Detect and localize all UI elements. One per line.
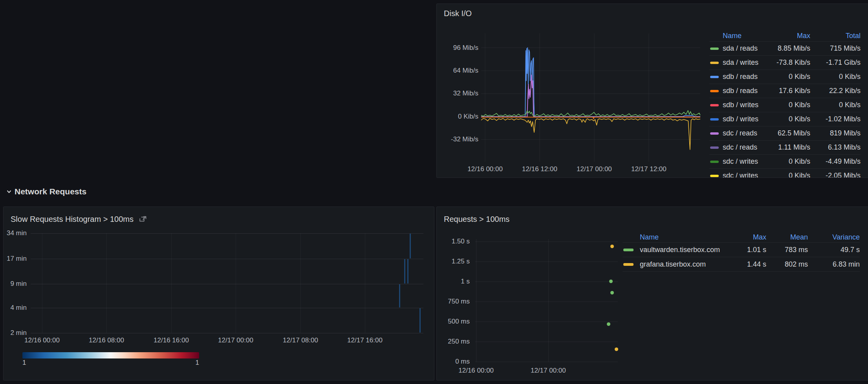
legend-total-value: 6.13 Mib/s [810,141,861,155]
panel-disk-io: Disk I/O 96 Mib/s64 Mib/s32 Mib/s0 Kib/s… [436,4,868,178]
heatmap-cell [419,308,421,333]
heatmap-cell [410,234,411,258]
legend-row-swatch [709,126,723,141]
legend-total-value: -1.71 Gib/s [810,56,861,70]
req-y-tick-6: 0 ms [437,358,470,365]
panel-requests: Requests > 100ms 1.50 s1.25 s1 s750 ms50… [436,207,868,380]
hist-band-line [31,233,423,234]
legend-max-value: 0 Kib/s [764,155,810,169]
panel-title-slow-requests[interactable]: Slow Requests Histogram > 100ms [11,215,134,224]
legend-series-name[interactable]: vaultwarden.tiserbox.com [640,243,722,257]
external-link-icon[interactable] [139,215,147,223]
hist-band-line [31,259,423,259]
hist-y-tick-1: 17 min [4,255,27,262]
legend-series-name[interactable]: sdc / writes [723,155,764,169]
legend-max-value: 8.85 Mib/s [764,42,810,56]
series-color-swatch [710,161,719,163]
scatter-point [610,245,614,248]
legend-max-value: 0 Kib/s [764,169,810,178]
req-gridline-v [476,239,476,362]
legend-series-name[interactable]: sdc / reads [723,126,764,141]
disk-x-tick-1: 12/16 12:00 [522,166,557,173]
hist-band-line [31,284,423,284]
legend-series-name[interactable]: sdb / reads [723,70,764,84]
legend-row-swatch [709,70,723,84]
req-gridline-v [548,239,549,362]
legend-row-swatch [709,98,723,112]
req-x-tick-1: 12/17 00:00 [531,367,566,374]
series-color-swatch [710,62,719,64]
legend-total-value: -2.05 Mib/s [810,169,861,178]
legend-total-value: 819 Mib/s [810,126,861,141]
legend-series-name[interactable]: sda / reads [723,42,764,56]
legend-max-value: 0 Kib/s [764,70,810,84]
req-legend-header-Name[interactable]: Name [640,232,722,243]
series-color-swatch [623,249,634,251]
hist-gridline-v [300,233,301,333]
heatmap-cell [399,284,400,307]
hist-x-tick-3: 12/17 00:00 [218,337,253,344]
hist-x-tick-0: 12/16 00:00 [24,337,60,344]
requests-legend-table: NameMaxMeanVariancevaultwarden.tiserbox.… [623,232,868,272]
req-legend-header-Mean[interactable]: Mean [766,232,808,243]
legend-row-swatch [709,84,723,98]
legend-max-value: 1.01 s [722,243,766,257]
hist-x-tick-1: 12/16 08:00 [89,337,124,344]
legend-max-value: 1.44 s [722,257,766,272]
hist-band-line [31,308,423,308]
series-color-swatch [710,76,719,78]
hist-y-tick-4: 2 min [4,329,27,336]
disk-legend-header-Total[interactable]: Total [810,30,861,42]
req-gridline-h [475,302,618,302]
histogram-chart[interactable] [31,233,423,333]
hist-gridline-v [171,233,172,333]
panel-title-disk-io[interactable]: Disk I/O [444,9,472,18]
legend-series-name[interactable]: grafana.tiserbox.com [640,257,722,272]
hist-y-tick-0: 34 min [4,230,27,237]
hist-y-tick-2: 9 min [4,280,27,287]
legend-row-swatch [709,141,723,155]
scatter-point [609,280,613,283]
legend-max-value: 1.11 Mib/s [764,141,810,155]
legend-mean-value: 783 ms [766,243,808,257]
hist-gridline-v [236,233,236,333]
series-color-swatch [623,263,634,266]
req-legend-header-Max[interactable]: Max [722,232,766,243]
legend-series-name[interactable]: sdc / writes [723,169,764,178]
section-row-network-requests[interactable]: Network Requests [5,187,86,196]
legend-max-value: 62.5 Mib/s [764,126,810,141]
legend-variance-value: 49.7 s [808,243,860,257]
disk-legend-header-spacer [709,30,723,42]
legend-max-value: -73.8 Kib/s [764,56,810,70]
disk-x-tick-2: 12/17 00:00 [577,166,612,173]
disk-legend-table: NameMaxTotalsda / reads8.85 Mib/s715 Mib… [709,30,868,178]
legend-row-swatch [709,42,723,56]
disk-io-svg [481,33,700,162]
legend-total-value: -4.49 Mib/s [810,155,861,169]
legend-row-swatch [623,257,640,272]
hist-gridline-v [42,233,42,333]
disk-legend-header-Name[interactable]: Name [723,30,764,42]
panel-title-requests[interactable]: Requests > 100ms [444,215,509,224]
req-gridline-h [475,322,618,322]
hist-x-tick-2: 12/16 16:00 [154,337,189,344]
requests-chart[interactable] [475,239,618,362]
req-legend-header-Variance[interactable]: Variance [808,232,860,243]
series-color-swatch [710,118,719,121]
series-color-swatch [710,90,719,92]
legend-series-name[interactable]: sdb / writes [723,112,764,126]
legend-row-swatch [709,169,723,178]
req-y-tick-0: 1.50 s [437,238,470,245]
req-legend-header-spacer [623,232,640,243]
disk-io-chart[interactable] [481,33,700,162]
legend-series-name[interactable]: sdb / writes [723,98,764,112]
legend-series-name[interactable]: sdb / reads [723,84,764,98]
legend-series-name[interactable]: sda / writes [723,56,764,70]
hist-y-tick-3: 4 min [4,304,27,311]
legend-row-swatch [623,243,640,257]
series-color-swatch [710,132,719,135]
legend-series-name[interactable]: sdc / reads [723,141,764,155]
req-y-tick-5: 250 ms [437,338,470,345]
color-scale-max: 1 [179,359,199,367]
disk-legend-header-Max[interactable]: Max [764,30,810,42]
